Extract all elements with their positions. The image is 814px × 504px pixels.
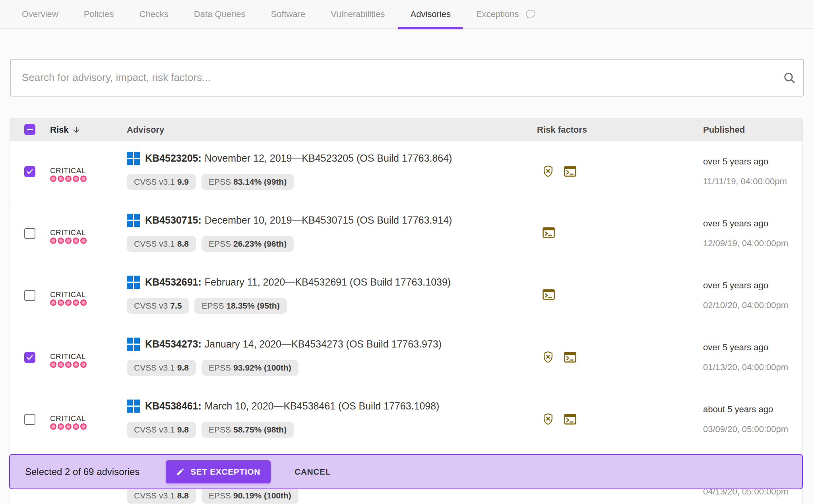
advisory-row[interactable]: CRITICAL KB4523205: November 12, 2019—KB…: [10, 141, 802, 203]
tab-exceptions[interactable]: Exceptions: [476, 0, 537, 29]
select-all-checkbox[interactable]: [24, 124, 35, 135]
advisory-title-text: February 11, 2020—KB4532691 (OS Build 17…: [205, 276, 451, 288]
advisory-title-text: December 10, 2019—KB4530715 (OS Build 17…: [205, 214, 452, 226]
tab-software[interactable]: Software: [271, 0, 305, 29]
advisory-kb-id: KB4532691:: [145, 276, 202, 288]
advisory-kb-id: KB4530715:: [145, 214, 202, 226]
risk-dots: [50, 238, 87, 244]
advisory-title[interactable]: KB4532691: February 11, 2020—KB4532691 (…: [127, 276, 451, 289]
advisory-kb-id: KB4534273:: [145, 338, 202, 350]
terminal-icon: [564, 414, 576, 425]
column-header-risk-factors: Risk factors: [537, 125, 587, 135]
pencil-icon: [176, 467, 185, 476]
tab-data-queries[interactable]: Data Queries: [194, 0, 246, 29]
advisory-title-text: November 12, 2019—KB4523205 (OS Build 17…: [205, 153, 452, 164]
epss-badge: EPSS26.23% (96th): [202, 236, 294, 252]
table-header-row: Risk Advisory Risk factors Published: [10, 118, 802, 141]
advisory-row[interactable]: CRITICAL KB4538461: March 10, 2020—KB453…: [10, 389, 802, 451]
risk-dots: [50, 423, 87, 430]
advisory-row[interactable]: CRITICAL KB4532691: February 11, 2020—KB…: [10, 265, 802, 327]
published-relative: over 5 years ago: [703, 218, 768, 229]
shield-x-icon: [543, 351, 554, 363]
advisories-table: Risk Advisory Risk factors Published CRI…: [10, 118, 803, 504]
published-relative: about 5 years ago: [703, 404, 773, 415]
sort-descending-arrow-icon: [72, 126, 81, 134]
row-checkbox-checked[interactable]: [24, 166, 35, 177]
cvss-badge: CVSS v3.19.9: [127, 174, 196, 190]
score-badges: CVSS v3.19.9 EPSS83.14% (99th): [127, 174, 294, 190]
score-badges: CVSS v3.18.8 EPSS26.23% (96th): [127, 236, 294, 252]
tab-vulnerabilities-label: Vulnerabilities: [331, 9, 385, 19]
published-timestamp: 02/10/20, 04:00:00pm: [703, 300, 788, 311]
severity-label: CRITICAL: [50, 228, 86, 237]
published-timestamp: 11/11/19, 04:00:00pm: [703, 176, 787, 187]
tab-software-label: Software: [271, 9, 305, 19]
severity-label: CRITICAL: [50, 414, 86, 423]
risk-header-label: Risk: [50, 125, 68, 135]
search-input[interactable]: [11, 60, 775, 96]
risk-factor-icons: [543, 165, 576, 177]
shield-x-icon: [543, 165, 554, 177]
checkmark-icon: [26, 168, 34, 176]
published-relative: over 5 years ago: [703, 342, 768, 353]
row-checkbox-unchecked[interactable]: [24, 414, 35, 425]
cancel-button[interactable]: CANCEL: [295, 467, 331, 477]
advisory-kb-id: KB4523205:: [145, 153, 202, 164]
severity-label: CRITICAL: [50, 166, 86, 175]
windows-logo-icon: [127, 400, 140, 413]
risk-dots: [50, 361, 87, 368]
search-button[interactable]: [775, 60, 803, 96]
cvss-badge: CVSS v3.19.8: [127, 360, 196, 376]
published-relative: over 5 years ago: [703, 156, 768, 167]
tab-bar: Overview Policies Checks Data Queries So…: [0, 0, 814, 29]
tab-vulnerabilities[interactable]: Vulnerabilities: [331, 0, 385, 29]
advisory-title[interactable]: KB4530715: December 10, 2019—KB4530715 (…: [127, 214, 452, 227]
published-relative: over 5 years ago: [703, 280, 768, 291]
windows-logo-icon: [127, 152, 140, 165]
tab-exceptions-label: Exceptions: [476, 9, 519, 19]
advisory-title[interactable]: KB4534273: January 14, 2020—KB4534273 (O…: [127, 338, 442, 351]
tab-overview[interactable]: Overview: [22, 0, 58, 29]
risk-factor-icons: [543, 227, 555, 238]
severity-label: CRITICAL: [50, 290, 86, 299]
set-exception-label: SET EXCEPTION: [190, 467, 260, 477]
row-checkbox-unchecked[interactable]: [24, 228, 35, 239]
advisory-row[interactable]: CRITICAL KB4530715: December 10, 2019—KB…: [10, 203, 802, 265]
windows-logo-icon: [127, 214, 140, 227]
search-box: [10, 59, 804, 97]
advisory-title[interactable]: KB4538461: March 10, 2020—KB4538461 (OS …: [127, 400, 439, 413]
score-badges: CVSS v37.5 EPSS18.35% (95th): [127, 298, 287, 314]
advisory-title-text: January 14, 2020—KB4534273 (OS Build 177…: [205, 338, 442, 350]
tab-checks[interactable]: Checks: [140, 0, 169, 29]
score-badges: CVSS v3.18.8 EPSS90.19% (100th): [127, 488, 298, 504]
selection-action-bar: Selected 2 of 69 advisories SET EXCEPTIO…: [9, 454, 803, 489]
speech-bubble-icon: [525, 9, 537, 20]
score-badges: CVSS v3.19.8 EPSS93.92% (100th): [127, 360, 298, 376]
tab-advisories[interactable]: Advisories: [410, 0, 450, 29]
row-checkbox-checked[interactable]: [24, 352, 35, 363]
advisory-title[interactable]: KB4523205: November 12, 2019—KB4523205 (…: [127, 152, 452, 165]
column-header-risk[interactable]: Risk: [50, 118, 81, 141]
terminal-icon: [543, 227, 555, 238]
column-header-advisory: Advisory: [127, 125, 164, 135]
tab-data-queries-label: Data Queries: [194, 9, 246, 19]
tab-policies[interactable]: Policies: [84, 0, 114, 29]
shield-x-icon: [543, 413, 554, 425]
column-header-published: Published: [703, 125, 745, 135]
terminal-icon: [564, 352, 576, 363]
published-timestamp: 01/13/20, 04:00:00pm: [703, 362, 788, 373]
cvss-badge: CVSS v37.5: [127, 298, 189, 314]
terminal-icon: [543, 289, 555, 300]
cvss-badge: CVSS v3.18.8: [127, 236, 196, 252]
set-exception-button[interactable]: SET EXCEPTION: [166, 460, 271, 483]
risk-dots: [50, 299, 87, 306]
advisory-row[interactable]: CRITICAL KB4534273: January 14, 2020—KB4…: [10, 327, 802, 389]
row-checkbox-unchecked[interactable]: [24, 290, 35, 301]
tab-checks-label: Checks: [140, 9, 169, 19]
cvss-badge: CVSS v3.19.8: [127, 422, 196, 438]
cvss-badge: CVSS v3.18.8: [127, 488, 196, 504]
risk-factor-icons: [543, 289, 555, 300]
epss-badge: EPSS93.92% (100th): [202, 360, 298, 376]
tab-policies-label: Policies: [84, 9, 114, 19]
checkmark-icon: [26, 353, 34, 361]
